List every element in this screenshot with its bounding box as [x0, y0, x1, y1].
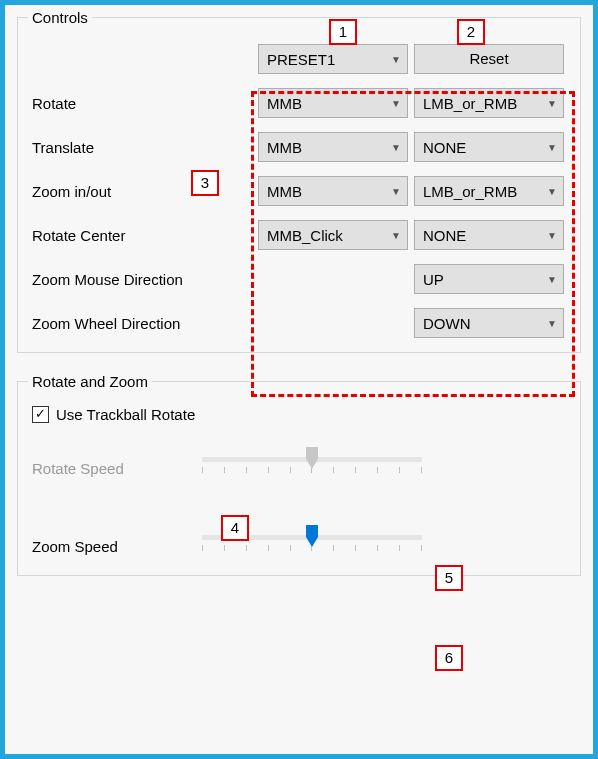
zoom-modifier-select[interactable]: LMB_or_RMB▼ [414, 176, 564, 206]
translate-label: Translate [28, 139, 258, 156]
zoom-speed-label: Zoom Speed [32, 538, 202, 555]
zoom-mouse-direction-select[interactable]: UP▼ [414, 264, 564, 294]
rotate-primary-select[interactable]: MMB▼ [258, 88, 408, 118]
use-trackball-row: ✓ Use Trackball Rotate [32, 406, 570, 423]
zoom-mouse-row: Zoom Mouse Direction UP▼ [28, 264, 570, 294]
callout-6: 6 [435, 645, 463, 671]
rotate-label: Rotate [28, 95, 258, 112]
chevron-down-icon: ▼ [391, 186, 401, 197]
slider-thumb-icon [306, 525, 318, 547]
zoom-row: Zoom in/out MMB▼ LMB_or_RMB▼ [28, 176, 570, 206]
rotate-center-label: Rotate Center [28, 227, 258, 244]
check-icon: ✓ [35, 407, 46, 420]
settings-panel: Controls PRESET1 ▼ Reset Rotate MMB▼ LMB… [0, 0, 598, 759]
rotate-speed-row: Rotate Speed [28, 453, 570, 483]
use-trackball-label: Use Trackball Rotate [56, 406, 195, 423]
callout-1: 1 [329, 19, 357, 45]
chevron-down-icon: ▼ [391, 142, 401, 153]
translate-row: Translate MMB▼ NONE▼ [28, 132, 570, 162]
chevron-down-icon: ▼ [547, 318, 557, 329]
rotate-row: Rotate MMB▼ LMB_or_RMB▼ [28, 88, 570, 118]
use-trackball-checkbox[interactable]: ✓ [32, 406, 49, 423]
rotate-center-row: Rotate Center MMB_Click▼ NONE▼ [28, 220, 570, 250]
zoom-primary-select[interactable]: MMB▼ [258, 176, 408, 206]
callout-4: 4 [221, 515, 249, 541]
controls-legend: Controls [28, 9, 92, 26]
zoom-speed-row: Zoom Speed [28, 531, 570, 561]
chevron-down-icon: ▼ [547, 142, 557, 153]
rotate-speed-slider[interactable] [202, 453, 422, 483]
callout-3: 3 [191, 170, 219, 196]
preset-row: PRESET1 ▼ Reset [28, 44, 570, 74]
chevron-down-icon: ▼ [391, 230, 401, 241]
zoom-mouse-label: Zoom Mouse Direction [28, 271, 258, 288]
rotate-center-modifier-select[interactable]: NONE▼ [414, 220, 564, 250]
chevron-down-icon: ▼ [391, 98, 401, 109]
zoom-label: Zoom in/out [28, 183, 258, 200]
chevron-down-icon: ▼ [547, 98, 557, 109]
callout-5: 5 [435, 565, 463, 591]
zoom-wheel-label: Zoom Wheel Direction [28, 315, 258, 332]
chevron-down-icon: ▼ [547, 274, 557, 285]
callout-2: 2 [457, 19, 485, 45]
zoom-wheel-row: Zoom Wheel Direction DOWN▼ [28, 308, 570, 338]
reset-button[interactable]: Reset [414, 44, 564, 74]
rotate-and-zoom-group: Rotate and Zoom ✓ Use Trackball Rotate R… [17, 373, 581, 576]
rotate-modifier-select[interactable]: LMB_or_RMB▼ [414, 88, 564, 118]
chevron-down-icon: ▼ [547, 186, 557, 197]
translate-primary-select[interactable]: MMB▼ [258, 132, 408, 162]
preset-select[interactable]: PRESET1 ▼ [258, 44, 408, 74]
zoom-wheel-direction-select[interactable]: DOWN▼ [414, 308, 564, 338]
translate-modifier-select[interactable]: NONE▼ [414, 132, 564, 162]
chevron-down-icon: ▼ [547, 230, 557, 241]
slider-thumb-icon [306, 447, 318, 469]
chevron-down-icon: ▼ [391, 54, 401, 65]
rotate-and-zoom-legend: Rotate and Zoom [28, 373, 152, 390]
rotate-center-primary-select[interactable]: MMB_Click▼ [258, 220, 408, 250]
rotate-speed-label: Rotate Speed [32, 460, 202, 477]
controls-group: Controls PRESET1 ▼ Reset Rotate MMB▼ LMB… [17, 9, 581, 353]
